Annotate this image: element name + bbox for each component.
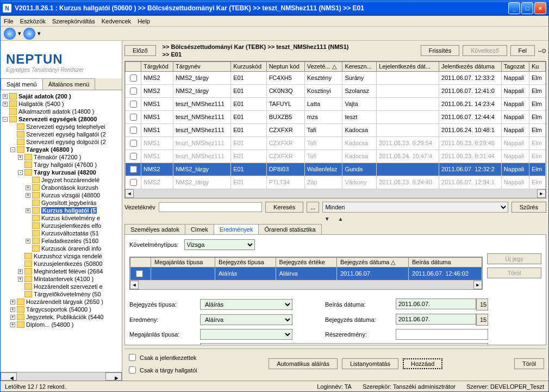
- row-checkbox[interactable]: [136, 270, 143, 277]
- tree-label[interactable]: Kurzusváltoztatás (51: [41, 230, 99, 237]
- expand-icon[interactable]: +: [26, 239, 30, 244]
- auto-sign-button[interactable]: Automatikus aláírás: [269, 358, 338, 369]
- results-subgrid[interactable]: Megajánlás típusaBejegyzés típusaBejegyz…: [129, 257, 483, 290]
- tree-label[interactable]: Diplom... (54800 ): [26, 321, 73, 328]
- expand-icon[interactable]: +: [3, 94, 8, 99]
- tree-label[interactable]: Szervezeti egység dolgozói (2: [26, 139, 106, 145]
- delete-button[interactable]: Töröl: [514, 358, 544, 369]
- subgrid-header[interactable]: Bejegyzés típusa: [215, 257, 276, 267]
- tree-label[interactable]: Kurzusjelentkezés elfo: [41, 222, 101, 229]
- expand-icon[interactable]: +: [10, 322, 15, 327]
- tree-label[interactable]: Kurzus követelmény e: [41, 215, 100, 221]
- main-grid[interactable]: TárgykódTárgynévKurzuskódNeptun kódVezet…: [124, 61, 546, 198]
- apply-filter-button[interactable]: Szűrés: [511, 202, 546, 213]
- tree-item[interactable]: +Jegyzetek, Publikációk (5440: [2, 313, 121, 321]
- tree-label[interactable]: Hallgatók (5400 ): [18, 101, 64, 107]
- prev-button[interactable]: Előző: [124, 45, 156, 56]
- grid-header[interactable]: Ku: [529, 61, 545, 71]
- grid-header[interactable]: [126, 61, 141, 71]
- tab-timetable[interactable]: Órarendi statisztika: [258, 224, 321, 234]
- tree-item[interactable]: +Órabontások kurzush: [2, 184, 121, 191]
- chk-only-applied[interactable]: [129, 354, 136, 361]
- tree-item[interactable]: +Hozzárendelt tárgyak (2650 ): [2, 298, 121, 306]
- menu-favorites[interactable]: Kedvencek: [102, 18, 131, 24]
- minimize-button[interactable]: _: [508, 2, 520, 14]
- tree-label[interactable]: Tárgyelőkövetelmény (50: [34, 291, 101, 297]
- tree-item[interactable]: Kurzushoz vizsga rendelé: [2, 252, 121, 260]
- menu-help[interactable]: Help: [138, 18, 150, 24]
- row-checkbox[interactable]: [130, 74, 137, 82]
- field-note[interactable]: [200, 343, 488, 345]
- tree-item[interactable]: +Tárgycsoportok (54000 ): [2, 306, 121, 313]
- expand-icon[interactable]: +: [26, 193, 30, 198]
- scroll-right-icon[interactable]: ►: [105, 372, 122, 381]
- tree-label[interactable]: Szervezeti egységek (28000: [18, 116, 97, 122]
- tree-item[interactable]: +Meghirdetett félévei (2684: [2, 267, 121, 275]
- tree-item[interactable]: Jegyzet hozzárendelé: [2, 176, 121, 184]
- tab-addresses[interactable]: Címek: [185, 224, 214, 234]
- tree-item[interactable]: -Szervezeti egységek (28000: [2, 115, 121, 123]
- tree-item[interactable]: +Mintatantervek (4100 ): [2, 275, 121, 283]
- tree-label[interactable]: Saját adatok (200 ): [18, 93, 71, 99]
- print-list-button[interactable]: Listanyomtatás: [342, 358, 398, 369]
- grid-header[interactable]: Kereszn...: [342, 61, 377, 71]
- refresh-button[interactable]: Frissítés: [421, 45, 460, 56]
- tree-label[interactable]: Jegyzetek, Publikációk (5440: [26, 314, 103, 320]
- expand-icon[interactable]: -: [10, 147, 15, 152]
- subgrid-header[interactable]: Bejegyzés dátuma △: [336, 257, 408, 267]
- delete-grade-button[interactable]: Töröl: [487, 267, 541, 278]
- field-result[interactable]: Aláírva: [200, 314, 292, 325]
- expand-icon[interactable]: +: [10, 315, 15, 320]
- tree-item[interactable]: Hozzárendelt szervezeti e: [2, 283, 121, 290]
- tree-label[interactable]: Jegyzet hozzárendelé: [41, 177, 99, 183]
- sidebar-hscroll[interactable]: ◄ ►: [1, 372, 122, 381]
- tree-item[interactable]: Alkalmazotti adatok (14800 ): [2, 108, 121, 115]
- tree-label[interactable]: Meghirdetett félévei (2684: [34, 268, 103, 275]
- table-row[interactable]: NMS2NMS2_tárgyE01CK0N3QKosztinyiSzolansz…: [126, 84, 546, 97]
- next-button[interactable]: Következő: [463, 45, 507, 56]
- tree-label[interactable]: Kurzus hallgatói (5: [41, 207, 97, 214]
- field-entry-type[interactable]: Aláírás: [200, 299, 292, 310]
- row-checkbox[interactable]: [130, 88, 137, 95]
- tree-item[interactable]: +Saját adatok (200 ): [2, 92, 121, 100]
- nav-back-drop[interactable]: ▾: [18, 30, 21, 37]
- grid-header[interactable]: Tárgykód: [141, 61, 173, 71]
- nav-back-button[interactable]: ←: [4, 28, 16, 40]
- subgrid-header[interactable]: [130, 257, 151, 267]
- subgrid-header[interactable]: Megajánlás típusa: [151, 257, 215, 267]
- scroll-left-icon[interactable]: ◄: [1, 372, 17, 381]
- grid-header[interactable]: Tárgynév: [173, 61, 230, 71]
- expand-icon[interactable]: -: [3, 117, 8, 122]
- tree-item[interactable]: +Feladatkezelés (5160: [2, 237, 121, 245]
- tree-label[interactable]: Hozzárendelt szervezeti e: [34, 283, 103, 290]
- expand-icon[interactable]: +: [18, 269, 23, 274]
- grid-hscroll[interactable]: ◄►: [125, 189, 546, 198]
- row-checkbox[interactable]: [130, 166, 137, 173]
- table-row[interactable]: NMS1teszt_NMShez111E01CZXFXRTafiKadocsa2…: [126, 150, 546, 163]
- tree-item[interactable]: -Tárgyak (46800 ): [2, 146, 121, 153]
- tree-item[interactable]: Kurzusjelentkezés elfo: [2, 222, 121, 229]
- tree-label[interactable]: Kurzusok órarendi info: [41, 245, 101, 252]
- row-checkbox[interactable]: [130, 101, 137, 108]
- subgrid-header[interactable]: Bejegyzés értéke: [276, 257, 336, 267]
- close-button[interactable]: ×: [534, 2, 546, 14]
- expand-icon[interactable]: +: [10, 307, 15, 312]
- up-button[interactable]: Fel: [510, 45, 535, 56]
- requirement-select[interactable]: Vizsga: [184, 239, 255, 250]
- tree-item[interactable]: +Hallgatók (5400 ): [2, 100, 121, 108]
- row-checkbox[interactable]: [130, 153, 137, 160]
- tree-item[interactable]: Kurzusváltoztatás (51: [2, 229, 121, 237]
- search-button[interactable]: Keresés: [265, 202, 303, 213]
- field-entry-date[interactable]: [396, 298, 476, 309]
- table-row[interactable]: NMS2NMS2_tárgyE01PTLT34ZápVárkony2011.06…: [126, 176, 546, 189]
- tree-label[interactable]: Kurzus vizsgái (48800: [41, 192, 100, 198]
- grid-header[interactable]: Kurzuskód: [231, 61, 267, 71]
- table-row[interactable]: NMS1teszt_NMShez111E01CZXFXRTafiKadocsa2…: [126, 136, 546, 150]
- tree-label[interactable]: Mintatantervek (4100 ): [34, 276, 93, 282]
- tree-label[interactable]: Kurzushoz vizsga rendelé: [34, 253, 102, 259]
- grid-header[interactable]: Vezeté... △: [304, 61, 342, 71]
- tree-label[interactable]: Tárgyak (46800 ): [26, 146, 73, 153]
- tree-label[interactable]: Feladatkezelés (5160: [41, 238, 98, 244]
- expand-icon[interactable]: +: [10, 300, 15, 304]
- tree-label[interactable]: Témakör (47200 ): [34, 154, 81, 160]
